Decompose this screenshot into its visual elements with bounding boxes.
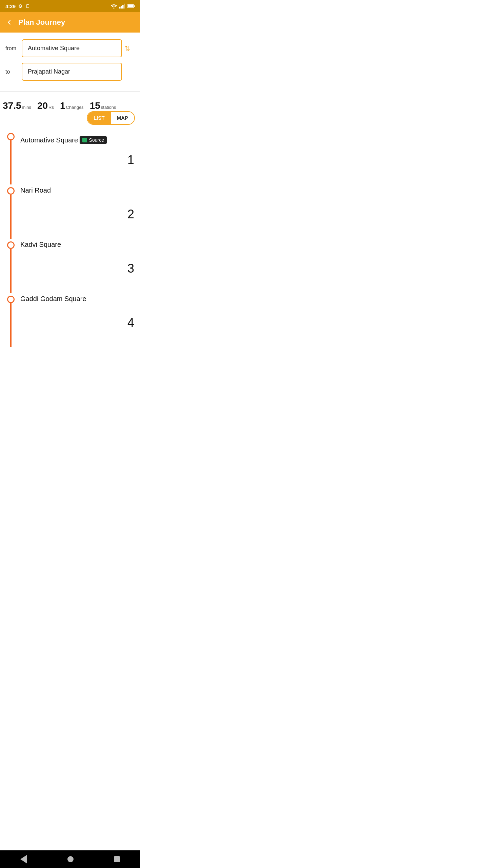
station-line-col [5,186,16,239]
list-item: Gaddi Godam Square 4 [0,294,140,349]
to-input[interactable] [22,63,122,81]
svg-rect-4 [124,4,125,8]
station-number: 2 [127,207,134,221]
to-input-wrapper [22,63,135,81]
duration-value: 37.5 [3,100,21,111]
back-button[interactable] [5,19,13,26]
station-number: 4 [127,316,134,330]
status-bar-right [110,3,135,9]
station-line-col [5,132,16,184]
station-name: Kadvi Square [20,241,61,248]
svg-rect-2 [121,6,122,8]
cost-item: 20 Rs [37,100,54,111]
station-info: Automative Square Source [16,132,135,144]
from-input[interactable] [22,39,122,57]
station-line [10,195,12,239]
stations-unit: stations [101,105,116,110]
status-bar-left: 4:29 ⚙ 🗒 [5,3,30,9]
station-line-col [5,240,16,293]
source-badge: Source [80,136,107,144]
station-info: Gaddi Godam Square [16,294,135,303]
wifi-icon [110,3,117,9]
duration-item: 37.5 mins [3,100,31,111]
station-dot [7,241,15,249]
swap-icon[interactable]: ⇅ [124,44,130,53]
list-item: Nari Road 2 [0,186,140,240]
list-view-button[interactable]: LIST [87,112,111,124]
to-row: to [5,63,135,81]
page-title: Plan Journey [18,18,65,27]
stations-item: 15 stations [90,100,116,111]
station-number: 1 [127,153,134,167]
view-toggle: LIST MAP [87,111,135,125]
list-item: Automative Square Source 1 [0,132,140,186]
changes-item: 1 Changes [60,100,84,111]
from-row: from ⇅ [5,39,135,57]
status-bar: 4:29 ⚙ 🗒 [0,0,140,12]
signal-icon [119,3,125,9]
settings-icon: ⚙ [18,3,23,9]
list-item: Kadvi Square 3 [0,240,140,294]
from-label: from [5,45,22,52]
station-info: Kadvi Square [16,240,135,249]
station-dot [7,187,15,195]
to-label: to [5,69,22,75]
svg-rect-1 [119,7,121,8]
duration-unit: mins [22,105,31,110]
station-line [10,140,12,184]
station-list: Automative Square Source 1 Nari Road 2 K… [0,129,140,349]
source-badge-text: Source [89,137,104,143]
changes-unit: Changes [66,105,84,110]
cost-unit: Rs [48,105,54,110]
clipboard-icon: 🗒 [25,3,30,9]
station-name: Gaddi Godam Square [20,295,86,302]
svg-rect-6 [134,5,135,7]
app-header: Plan Journey [0,12,140,33]
svg-rect-7 [128,5,134,7]
journey-inputs: from ⇅ to [0,33,140,92]
svg-rect-3 [122,5,124,8]
stations-value: 15 [90,100,100,111]
svg-point-0 [113,7,114,8]
from-input-wrapper: ⇅ [22,39,135,57]
station-dot [7,296,15,303]
status-time: 4:29 [5,3,16,9]
battery-icon [127,4,135,8]
station-name: Nari Road [20,186,51,194]
map-view-button[interactable]: MAP [111,112,134,124]
changes-value: 1 [60,100,65,111]
station-name: Automative Square [20,136,78,144]
station-line [10,303,12,347]
source-badge-dot [82,138,87,142]
station-line [10,249,12,293]
station-info: Nari Road [16,186,135,194]
station-dot [7,133,15,140]
station-number: 3 [127,261,134,276]
divider [0,92,140,92]
station-line-col [5,294,16,347]
cost-value: 20 [37,100,48,111]
journey-summary: 37.5 mins 20 Rs 1 Changes 15 stations LI… [0,95,140,129]
